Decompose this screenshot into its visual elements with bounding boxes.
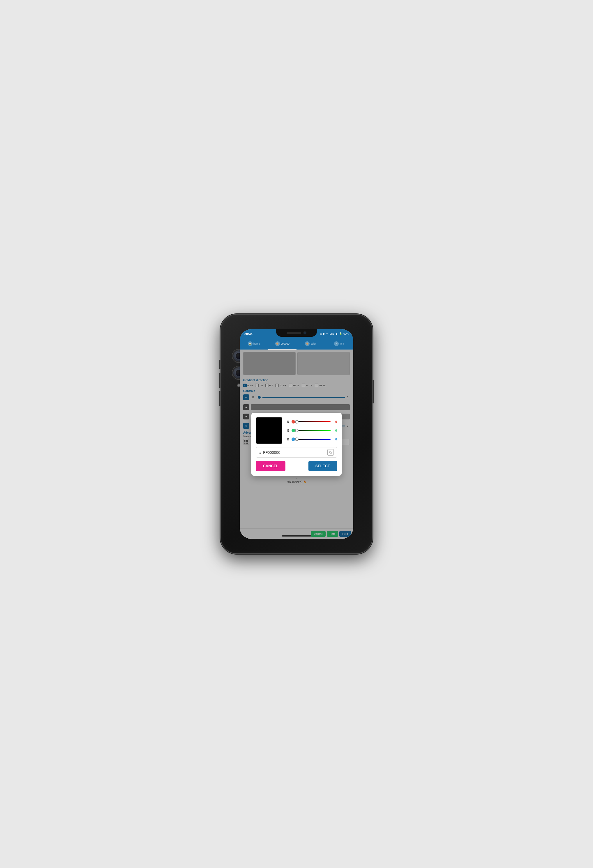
b-value: 0 <box>332 437 337 441</box>
speaker <box>286 332 301 334</box>
color-picker-dialog: R 0 G <box>251 413 342 476</box>
notification-icons: ▤ ▶ ✦ <box>320 332 328 335</box>
g-channel-label: G <box>287 429 290 432</box>
status-time: 20:34 <box>243 332 252 335</box>
dialog-top: R 0 G <box>256 418 337 444</box>
power-button[interactable] <box>219 360 220 369</box>
signal-icon: ▲ <box>335 332 338 335</box>
tab-home-icon: 🏠 <box>248 341 252 346</box>
tab-color2-icon: 🎨 <box>305 341 310 346</box>
select-button[interactable]: SELECT <box>308 461 337 471</box>
battery-icon: 🔋 <box>339 332 342 335</box>
sliders-area: R 0 G <box>287 418 337 444</box>
dialog-overlay: R 0 G <box>240 350 353 539</box>
tab-color-label: 000000 <box>281 342 289 345</box>
r-value: 0 <box>332 420 337 424</box>
b-thumb[interactable] <box>295 437 298 441</box>
b-slider-row: B 0 <box>287 437 337 441</box>
front-camera <box>304 331 307 334</box>
b-dot <box>292 437 295 441</box>
tab-color2[interactable]: 🎨 color <box>296 338 325 350</box>
tab-color2-label: color <box>310 342 316 345</box>
r-channel-label: R <box>287 420 290 424</box>
tab-extra-label: ### <box>339 342 344 345</box>
g-track[interactable] <box>297 430 330 431</box>
g-slider-row: G 0 <box>287 429 337 432</box>
volume-down-button[interactable] <box>219 391 220 406</box>
r-slider-row: R 0 <box>287 420 337 424</box>
volume-up-button[interactable] <box>219 373 220 388</box>
r-thumb[interactable] <box>295 420 298 424</box>
app-bar: 🏠 home 🎨 000000 🎨 color ⚙ ### <box>240 338 353 350</box>
tab-extra[interactable]: ⚙ ### <box>325 338 354 350</box>
network-label: LTE <box>329 332 334 335</box>
hex-hash: # <box>259 450 261 455</box>
g-dot <box>292 429 295 432</box>
content-area: Gradient direction ✓ None T-B B-T TL-BR <box>240 350 353 539</box>
tab-home-label: home <box>254 342 260 345</box>
r-dot <box>292 420 295 424</box>
battery-label: 60% <box>344 332 349 335</box>
copy-button[interactable]: ⧉ <box>327 449 334 456</box>
b-track[interactable] <box>297 438 330 440</box>
dialog-buttons: CANCEL SELECT <box>256 461 337 471</box>
g-thumb[interactable] <box>295 429 298 432</box>
tab-home[interactable]: 🏠 home <box>240 338 268 350</box>
notch <box>276 329 317 337</box>
tab-color[interactable]: 🎨 000000 <box>268 338 297 350</box>
side-button[interactable] <box>373 380 374 403</box>
r-track[interactable] <box>297 421 330 422</box>
color-swatch <box>256 418 282 444</box>
screen: 20:34 ▤ ▶ ✦ LTE ▲ 🔋 60% 🏠 home 🎨 000000 … <box>240 329 353 539</box>
tab-extra-icon: ⚙ <box>334 341 339 346</box>
hex-value: FF000000 <box>263 450 326 455</box>
g-value: 0 <box>332 429 337 432</box>
tab-color-icon: 🎨 <box>275 341 280 346</box>
cancel-button[interactable]: CANCEL <box>256 461 285 471</box>
phone-device: 20:34 ▤ ▶ ✦ LTE ▲ 🔋 60% 🏠 home 🎨 000000 … <box>221 314 372 554</box>
b-channel-label: B <box>287 437 290 441</box>
status-icons: ▤ ▶ ✦ LTE ▲ 🔋 60% <box>320 332 349 335</box>
hex-row: # FF000000 ⧉ <box>256 447 337 458</box>
